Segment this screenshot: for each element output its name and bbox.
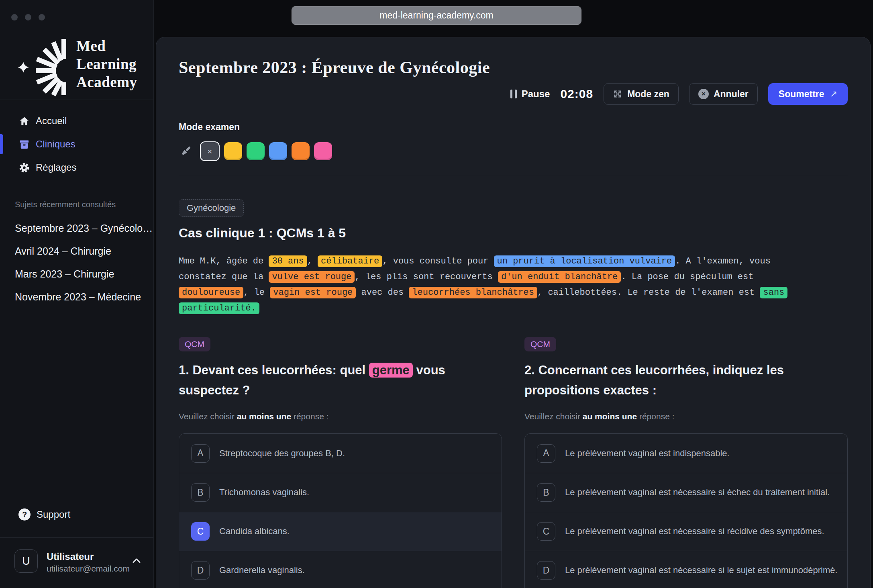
text-segment: , le	[243, 288, 270, 298]
address-bar[interactable]: med-learning-academy.com	[292, 6, 581, 25]
answer-option-C[interactable]: CLe prélèvement vaginal est nécessaire s…	[525, 512, 847, 551]
sidebar: Med Learning Academy AccueilCliniquesRég…	[0, 0, 154, 588]
recent-topic-item[interactable]: Septembre 2023 – Gynécolo…	[0, 217, 153, 240]
divider	[0, 537, 153, 538]
answer-option-B[interactable]: BTrichomonas vaginalis.	[179, 473, 502, 512]
qcm-badge: QCM	[524, 337, 556, 351]
text-segment: , les plis sont recouverts	[355, 272, 498, 282]
sidebar-item-accueil[interactable]: Accueil	[0, 109, 153, 133]
divider	[0, 100, 153, 100]
avatar-initial: U	[22, 555, 30, 568]
pause-label: Pause	[522, 88, 550, 100]
home-icon	[18, 115, 30, 127]
question-title: 2. Concernant ces leucorrhées, indiquez …	[524, 360, 848, 400]
exam-timer: 02:08	[560, 87, 593, 101]
url-text: med-learning-academy.com	[379, 10, 493, 21]
highlighter-swatch-yellow[interactable]	[224, 142, 242, 160]
answer-text: Le prélèvement vaginal est nécessaire si…	[565, 526, 824, 537]
question-title: 1. Devant ces leucorrhées: quel germe vo…	[179, 360, 502, 400]
highlight-blue: un prurit à localisation vulvaire	[494, 255, 675, 267]
archive-box-icon	[18, 139, 30, 150]
text-segment: Mme M.K, âgée de	[179, 256, 269, 266]
x-circle-icon: ×	[698, 89, 709, 99]
highlighter-swatch-orange[interactable]	[292, 142, 310, 160]
recent-topic-item[interactable]: Novembre 2023 – Médecine	[0, 286, 153, 308]
answer-letter: C	[537, 522, 555, 541]
submit-button[interactable]: Soumettre ↗	[768, 83, 848, 105]
answer-option-D[interactable]: DGardnerella vaginalis.	[179, 551, 502, 588]
question-circle-icon: ?	[18, 508, 31, 521]
answer-option-B[interactable]: BLe prélèvement vaginal est nécessaire s…	[525, 473, 847, 512]
text-segment: 2. Concernant ces leucorrhées, indiquez …	[524, 363, 784, 397]
answer-letter: B	[191, 483, 210, 502]
paintbrush-icon	[179, 145, 192, 158]
answer-text: Le prélèvement vaginal est indispensable…	[565, 448, 730, 459]
sidebar-item-label: Réglages	[36, 162, 76, 173]
exam-controls: Pause 02:08 Mode zen × Annuler Soumettre…	[510, 83, 848, 105]
recent-topics-list: Septembre 2023 – Gynécolo…Avril 2024 – C…	[0, 217, 153, 308]
app-logo: Med Learning Academy	[18, 37, 137, 97]
starburst-logo-icon	[18, 37, 70, 97]
divider	[179, 175, 848, 175]
highlight-orange: d'un enduit blanchâtre	[498, 271, 621, 283]
window-dot[interactable]	[39, 14, 45, 20]
answer-letter: D	[191, 561, 210, 580]
clinical-case-text[interactable]: Mme M.K, âgée de 30 ans, célibataire, vo…	[179, 253, 799, 316]
answer-option-D[interactable]: DLe prélèvement vaginal est nécessaire s…	[525, 551, 847, 588]
user-menu[interactable]: U Utilisateur utilisateur@email.com	[0, 549, 153, 581]
user-email: utilisateur@email.com	[47, 564, 130, 574]
highlighter-swatch-pink[interactable]	[314, 142, 332, 160]
sidebar-item-label: Accueil	[36, 115, 67, 127]
highlighter-swatch-green[interactable]	[247, 142, 265, 160]
pause-button[interactable]: Pause	[510, 88, 550, 100]
question-helper: Veuillez choisir au moins une réponse :	[179, 412, 502, 421]
text-segment: avec des	[356, 288, 409, 298]
recent-topic-item[interactable]: Mars 2023 – Chirurgie	[0, 263, 153, 286]
answer-option-A[interactable]: AStreptocoque des groupes B, D.	[179, 434, 502, 473]
text-segment: , caillebottées. Le reste de l'examen es…	[537, 288, 760, 298]
sparkle-icon	[18, 62, 29, 73]
highlighter-swatch-blue[interactable]	[269, 142, 287, 160]
answer-letter: A	[191, 444, 210, 463]
sidebar-item-cliniques[interactable]: Cliniques	[0, 133, 153, 156]
highlight-orange: douloureuse	[179, 287, 243, 298]
sidebar-item-réglages[interactable]: Réglages	[0, 156, 153, 179]
answer-option-A[interactable]: ALe prélèvement vaginal est indispensabl…	[525, 434, 847, 473]
answer-option-C[interactable]: CCandida albicans.	[179, 512, 502, 551]
window-dot[interactable]	[25, 14, 31, 20]
answer-letter: C	[191, 522, 210, 541]
answer-text: Trichomonas vaginalis.	[219, 487, 309, 498]
submit-label: Soumettre	[779, 89, 824, 100]
answer-text: Le prélèvement vaginal est nécessaire si…	[565, 487, 830, 498]
window-dot[interactable]	[11, 14, 18, 20]
answer-letter: B	[537, 483, 555, 502]
window-controls[interactable]	[11, 14, 45, 20]
zen-mode-label: Mode zen	[627, 89, 669, 100]
highlighter-swatch-eraser[interactable]: ×	[200, 141, 220, 161]
highlighter-toolbar: ×	[179, 141, 848, 161]
exam-mode-label: Mode examen	[179, 122, 848, 133]
cancel-button[interactable]: × Annuler	[689, 83, 758, 105]
sidebar-nav: AccueilCliniquesRéglages	[0, 109, 153, 179]
recent-topic-item[interactable]: Avril 2024 – Chirurgie	[0, 240, 153, 263]
highlight-orange: leucorrhées blanchâtres	[409, 287, 537, 298]
highlight-yellow: 30 ans	[269, 255, 307, 267]
zen-mode-button[interactable]: Mode zen	[604, 83, 679, 105]
question-2: QCM2. Concernant ces leucorrhées, indiqu…	[524, 337, 848, 588]
logo-line-2: Learning	[76, 55, 137, 73]
sidebar-item-support[interactable]: ? Support	[0, 503, 153, 526]
highlight-orange: vagin est rouge	[270, 287, 356, 298]
gear-icon	[18, 162, 30, 173]
chevron-up-icon[interactable]	[133, 558, 141, 563]
question-helper: Veuillez choisir au moins une réponse :	[524, 412, 848, 421]
page-title: Septembre 2023 : Épreuve de Gynécologie	[179, 57, 490, 78]
answer-list: ALe prélèvement vaginal est indispensabl…	[524, 433, 848, 588]
case-title: Cas clinique 1 : QCMs 1 à 5	[179, 226, 848, 241]
answer-letter: A	[537, 444, 555, 463]
answer-letter: D	[537, 561, 555, 580]
sidebar-item-label: Cliniques	[36, 139, 75, 150]
swatch-list: ×	[200, 141, 332, 161]
highlight-yellow: célibataire	[318, 255, 382, 267]
answer-text: Gardnerella vaginalis.	[219, 565, 305, 576]
recent-topics-heading: Sujets récemment consultés	[15, 200, 116, 209]
